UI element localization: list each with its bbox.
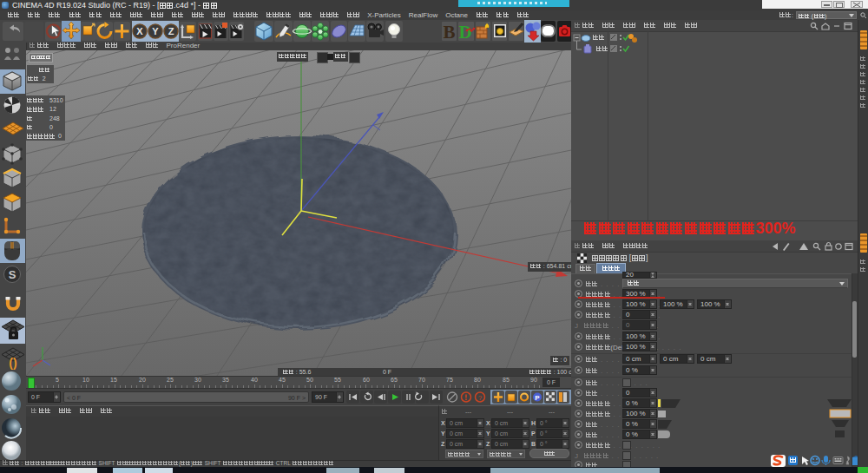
svg-text:Z: Z (168, 26, 174, 36)
svg-text:B: B (443, 22, 455, 43)
svg-text:?: ? (478, 394, 483, 402)
svg-text:S: S (9, 268, 16, 281)
svg-text:X: X (136, 26, 143, 36)
svg-text:D: D (458, 22, 471, 43)
svg-text:(): () (9, 356, 16, 370)
svg-text:P: P (535, 394, 540, 402)
svg-text:Y: Y (152, 26, 159, 36)
